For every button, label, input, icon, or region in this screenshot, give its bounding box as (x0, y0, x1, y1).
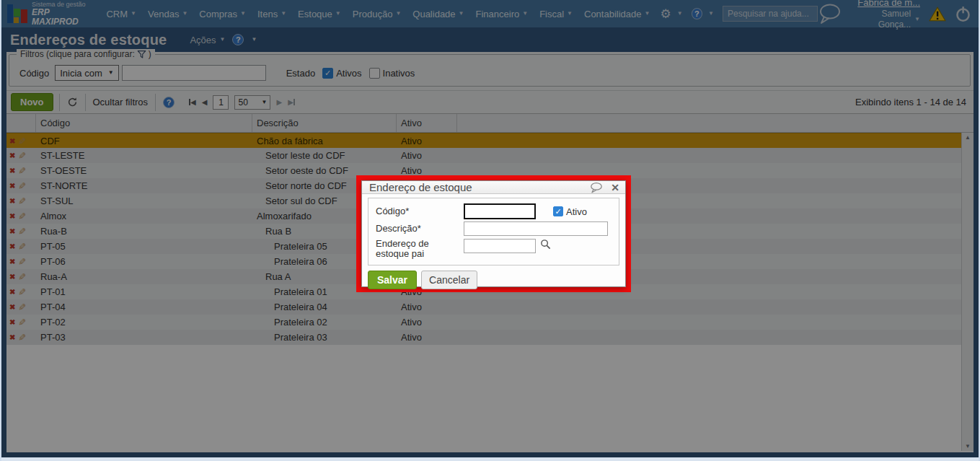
modal-footer: Salvar Cancelar (368, 271, 619, 289)
modal-ativo-checkbox[interactable]: ✓ (553, 206, 563, 216)
modal-pai-label: Endereço de estoque pai (376, 239, 464, 260)
modal-pai-input[interactable] (464, 239, 536, 253)
modal-title: Endereço de estoque (369, 181, 472, 193)
salvar-button[interactable]: Salvar (368, 271, 417, 289)
modal-ativo-label: Ativo (566, 206, 587, 217)
modal-header[interactable]: Endereço de estoque ✕ (362, 181, 625, 194)
modal-descricao-input[interactable] (464, 221, 608, 236)
modal-codigo-input[interactable] (464, 203, 536, 219)
modal-descricao-label: Descrição* (376, 224, 464, 234)
modal-fields-panel: Código* ✓ Ativo Descrição* Endereço de e… (368, 198, 619, 265)
annotation-highlight-box: Endereço de estoque ✕ Código* (356, 175, 631, 292)
modal-close-icon[interactable]: ✕ (611, 183, 619, 193)
bottom-edge (1, 457, 979, 461)
modal-codigo-label: Código* (376, 206, 464, 216)
cancelar-button[interactable]: Cancelar (421, 271, 477, 289)
modal-chat-bubble-icon[interactable] (589, 182, 604, 193)
app-window: Sistema de gestão ERP MAXIPROD CRM▼Venda… (0, 0, 980, 461)
search-magnifier-icon[interactable] (540, 239, 551, 250)
endereco-estoque-modal: Endereço de estoque ✕ Código* (361, 180, 626, 287)
